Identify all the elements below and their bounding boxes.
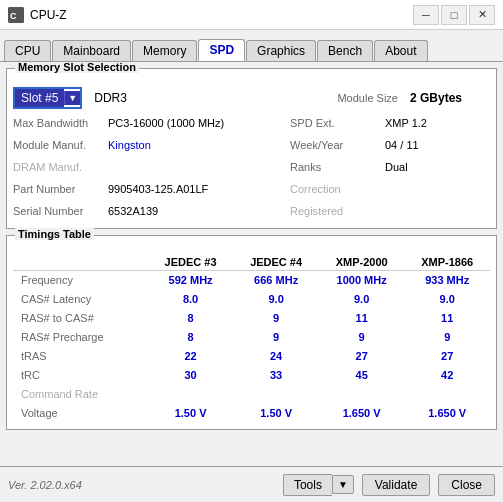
memory-slot-inner: Slot #5 ▼ DDR3 Module Size 2 GBytes Max … <box>9 79 494 226</box>
dram-manuf-row: DRAM Manuf. <box>13 156 290 178</box>
row-j3: 22 <box>148 347 234 366</box>
timings-inner: JEDEC #3 JEDEC #4 XMP-2000 XMP-1866 Freq… <box>9 246 494 427</box>
row-j3: 30 <box>148 366 234 385</box>
serial-number-label: Serial Number <box>13 205 108 217</box>
tab-spd[interactable]: SPD <box>198 39 245 61</box>
module-size-value: 2 GBytes <box>410 91 490 105</box>
row-j4: 24 <box>233 347 319 366</box>
minimize-button[interactable]: ─ <box>413 5 439 25</box>
tab-cpu[interactable]: CPU <box>4 40 51 61</box>
close-button[interactable]: ✕ <box>469 5 495 25</box>
row-x1866 <box>404 385 490 404</box>
timings-row: tRAS 22 24 27 27 <box>13 347 490 366</box>
timings-table: JEDEC #3 JEDEC #4 XMP-2000 XMP-1866 Freq… <box>13 254 490 423</box>
validate-button[interactable]: Validate <box>362 474 430 496</box>
row-x2000: 27 <box>319 347 405 366</box>
row-label: CAS# Latency <box>13 290 148 309</box>
row-j4: 666 MHz <box>233 271 319 290</box>
tab-mainboard[interactable]: Mainboard <box>52 40 131 61</box>
correction-label: Correction <box>290 183 385 195</box>
module-size-label: Module Size <box>308 92 398 104</box>
row-x2000: 45 <box>319 366 405 385</box>
serial-number-value: 6532A139 <box>108 205 158 217</box>
row-j3: 1.50 V <box>148 404 234 423</box>
row-x1866: 11 <box>404 309 490 328</box>
timings-row: RAS# to CAS# 8 9 11 11 <box>13 309 490 328</box>
row-label: tRC <box>13 366 148 385</box>
timings-header: JEDEC #3 JEDEC #4 XMP-2000 XMP-1866 <box>13 254 490 271</box>
max-bandwidth-value: PC3-16000 (1000 MHz) <box>108 117 224 129</box>
ddr-type: DDR3 <box>94 91 127 105</box>
close-app-button[interactable]: Close <box>438 474 495 496</box>
version-text: Ver. 2.02.0.x64 <box>8 479 275 491</box>
tools-group[interactable]: Tools ▼ <box>283 474 354 496</box>
svg-text:C: C <box>10 11 17 21</box>
row-j3: 8.0 <box>148 290 234 309</box>
module-manuf-label: Module Manuf. <box>13 139 108 151</box>
row-j3: 8 <box>148 328 234 347</box>
dram-manuf-label: DRAM Manuf. <box>13 161 108 173</box>
row-j4: 9 <box>233 328 319 347</box>
row-x1866: 9 <box>404 328 490 347</box>
week-year-value: 04 / 11 <box>385 139 419 151</box>
row-j3: 8 <box>148 309 234 328</box>
tools-dropdown-arrow[interactable]: ▼ <box>332 475 354 494</box>
row-label: Voltage <box>13 404 148 423</box>
bottombar: Ver. 2.02.0.x64 Tools ▼ Validate Close <box>0 466 503 502</box>
row-j4: 1.50 V <box>233 404 319 423</box>
row-label: Frequency <box>13 271 148 290</box>
titlebar: C CPU-Z ─ □ ✕ <box>0 0 503 30</box>
row-j3: 592 MHz <box>148 271 234 290</box>
row-j4 <box>233 385 319 404</box>
week-year-label: Week/Year <box>290 139 385 151</box>
max-bandwidth-row: Max Bandwidth PC3-16000 (1000 MHz) <box>13 112 290 134</box>
row-x2000 <box>319 385 405 404</box>
col-header-x1866: XMP-1866 <box>404 254 490 271</box>
tab-bench[interactable]: Bench <box>317 40 373 61</box>
timings-group: Timings Table JEDEC #3 JEDEC #4 XMP-2000… <box>6 235 497 430</box>
col-header-label <box>13 254 148 271</box>
row-x2000: 11 <box>319 309 405 328</box>
registered-row: Registered <box>290 200 490 222</box>
col-header-j4: JEDEC #4 <box>233 254 319 271</box>
timings-row: Voltage 1.50 V 1.50 V 1.650 V 1.650 V <box>13 404 490 423</box>
timings-row: CAS# Latency 8.0 9.0 9.0 9.0 <box>13 290 490 309</box>
col-header-x2000: XMP-2000 <box>319 254 405 271</box>
row-x1866: 933 MHz <box>404 271 490 290</box>
ranks-value: Dual <box>385 161 408 173</box>
slot-selector[interactable]: Slot #5 ▼ <box>13 87 82 109</box>
ranks-label: Ranks <box>290 161 385 173</box>
serial-number-row: Serial Number 6532A139 <box>13 200 290 222</box>
spd-right: SPD Ext. XMP 1.2 Week/Year 04 / 11 Ranks… <box>290 112 490 222</box>
window-controls: ─ □ ✕ <box>413 5 495 25</box>
part-number-label: Part Number <box>13 183 108 195</box>
app-title: CPU-Z <box>30 8 413 22</box>
timings-row: Frequency 592 MHz 666 MHz 1000 MHz 933 M… <box>13 271 490 290</box>
row-label: RAS# Precharge <box>13 328 148 347</box>
maximize-button[interactable]: □ <box>441 5 467 25</box>
module-manuf-row: Module Manuf. Kingston <box>13 134 290 156</box>
memory-slot-group-title: Memory Slot Selection <box>15 62 139 73</box>
row-x1866: 42 <box>404 366 490 385</box>
tab-memory[interactable]: Memory <box>132 40 197 61</box>
part-number-row: Part Number 9905403-125.A01LF <box>13 178 290 200</box>
spd-ext-value: XMP 1.2 <box>385 117 427 129</box>
main-content: Memory Slot Selection Slot #5 ▼ DDR3 Mod… <box>0 62 503 466</box>
max-bandwidth-label: Max Bandwidth <box>13 117 108 129</box>
memory-slot-group: Memory Slot Selection Slot #5 ▼ DDR3 Mod… <box>6 68 497 229</box>
timings-row: Command Rate <box>13 385 490 404</box>
ranks-row: Ranks Dual <box>290 156 490 178</box>
row-x2000: 9 <box>319 328 405 347</box>
tools-button[interactable]: Tools <box>283 474 332 496</box>
row-j4: 9.0 <box>233 290 319 309</box>
row-label: tRAS <box>13 347 148 366</box>
tab-about[interactable]: About <box>374 40 427 61</box>
row-x2000: 1.650 V <box>319 404 405 423</box>
tab-graphics[interactable]: Graphics <box>246 40 316 61</box>
timings-row: RAS# Precharge 8 9 9 9 <box>13 328 490 347</box>
row-x2000: 1000 MHz <box>319 271 405 290</box>
row-x1866: 9.0 <box>404 290 490 309</box>
slot-label[interactable]: Slot #5 <box>15 89 64 107</box>
slot-dropdown-arrow[interactable]: ▼ <box>64 91 80 105</box>
row-x1866: 27 <box>404 347 490 366</box>
